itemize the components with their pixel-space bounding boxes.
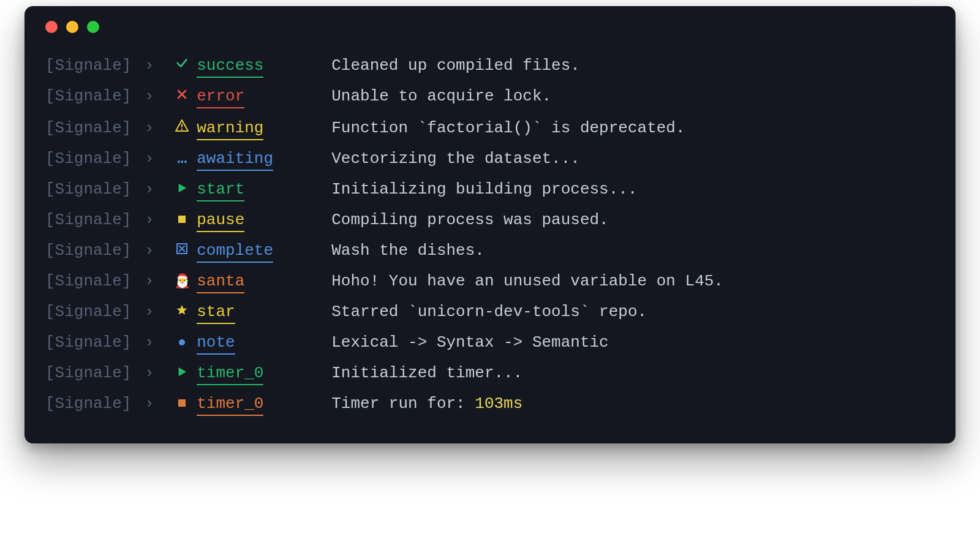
log-message: Hoho! You have an unused variable on L45… xyxy=(313,273,723,289)
log-highlight: 103ms xyxy=(475,394,522,413)
log-line: [Signale] › …awaitingVectorizing the dat… xyxy=(45,143,935,174)
log-message-text: Hoho! You have an unused variable on L45… xyxy=(331,272,723,290)
log-label: timer_0 xyxy=(194,396,313,412)
log-message-text: Cleaned up compiled files. xyxy=(331,56,580,75)
log-message: Unable to acquire lock. xyxy=(313,88,551,104)
log-message: Timer run for: 103ms xyxy=(313,396,522,412)
chevron-right-icon: › xyxy=(131,365,170,381)
log-label: note xyxy=(194,334,313,350)
chevron-right-icon: › xyxy=(131,181,170,197)
log-line: [Signale] › pauseCompiling process was p… xyxy=(45,205,935,235)
log-message: Compiling process was paused. xyxy=(313,212,608,228)
log-message-text: Initializing building process... xyxy=(331,180,637,198)
log-label: warning xyxy=(194,120,313,136)
log-line: [Signale] › completeWash the dishes. xyxy=(45,235,935,266)
log-prefix: [Signale] xyxy=(45,212,131,228)
chevron-right-icon: › xyxy=(131,396,170,412)
log-line: [Signale] › warningFunction `factorial()… xyxy=(45,111,935,143)
chevron-right-icon: › xyxy=(131,334,170,350)
log-prefix: [Signale] xyxy=(45,334,131,350)
log-line: [Signale] › noteLexical -> Syntax -> Sem… xyxy=(45,327,935,358)
log-label-text: error xyxy=(197,87,244,108)
log-prefix: [Signale] xyxy=(45,151,131,167)
log-label-text: success xyxy=(197,56,263,78)
log-message-text: Compiling process was paused. xyxy=(331,211,608,229)
chevron-right-icon: › xyxy=(131,88,170,104)
dots-icon: … xyxy=(170,151,194,167)
zoom-icon[interactable] xyxy=(87,21,99,33)
log-message-text: Unable to acquire lock. xyxy=(331,87,551,105)
log-message-text: Function `factorial()` is deprecated. xyxy=(331,119,685,137)
cross-icon xyxy=(170,88,194,100)
log-message: Initializing building process... xyxy=(313,181,637,197)
log-label: start xyxy=(194,181,313,197)
log-message: Lexical -> Syntax -> Semantic xyxy=(313,334,608,350)
boxx-icon xyxy=(170,243,194,255)
chevron-right-icon: › xyxy=(131,120,170,136)
log-prefix: [Signale] xyxy=(45,88,131,104)
log-message: Function `factorial()` is deprecated. xyxy=(313,120,685,136)
log-message-text: Lexical -> Syntax -> Semantic xyxy=(331,333,608,352)
log-message: Vectorizing the dataset... xyxy=(313,151,580,167)
log-line: [Signale] › starStarred `unicorn-dev-too… xyxy=(45,296,935,327)
window-traffic-lights xyxy=(45,21,935,33)
log-message: Wash the dishes. xyxy=(313,243,484,258)
log-prefix: [Signale] xyxy=(45,58,131,74)
log-line: [Signale] › timer_0Initialized timer... xyxy=(45,358,935,388)
squaref-icon xyxy=(170,398,194,408)
chevron-right-icon: › xyxy=(131,243,170,258)
log-label: pause xyxy=(194,212,313,228)
play-icon xyxy=(170,366,194,377)
log-label-text: santa xyxy=(197,272,244,293)
chevron-right-icon: › xyxy=(131,304,170,320)
svg-rect-5 xyxy=(178,399,186,407)
check-icon xyxy=(170,56,194,70)
log-line: [Signale] › 🎅santaHoho! You have an unus… xyxy=(45,266,935,296)
chevron-right-icon: › xyxy=(131,58,170,74)
log-label-text: complete xyxy=(197,241,273,263)
log-message-text: Timer run for: xyxy=(331,394,475,413)
log-label: santa xyxy=(194,273,313,289)
log-message-text: Initialized timer... xyxy=(331,364,522,382)
chevron-right-icon: › xyxy=(131,273,170,289)
play-icon xyxy=(170,183,194,194)
log-line: [Signale] › errorUnable to acquire lock. xyxy=(45,81,935,111)
log-message-text: Vectorizing the dataset... xyxy=(331,149,580,168)
log-label: complete xyxy=(194,243,313,258)
log-label: success xyxy=(194,58,313,74)
log-message: Starred `unicorn-dev-tools` repo. xyxy=(313,304,647,320)
log-label-text: warning xyxy=(197,119,263,140)
svg-point-1 xyxy=(181,129,183,130)
log-label-text: start xyxy=(197,180,244,202)
log-label: awaiting xyxy=(194,151,313,167)
minimize-icon[interactable] xyxy=(66,21,78,33)
log-line: [Signale] › startInitializing building p… xyxy=(45,174,935,205)
log-message: Cleaned up compiled files. xyxy=(313,58,580,74)
log-message: Initialized timer... xyxy=(313,365,522,381)
square-icon xyxy=(170,214,194,224)
log-output: [Signale] › successCleaned up compiled f… xyxy=(45,49,935,419)
dot-icon xyxy=(170,338,194,347)
log-prefix: [Signale] xyxy=(45,273,131,289)
log-prefix: [Signale] xyxy=(45,120,131,136)
log-line: [Signale] › timer_0Timer run for: 103ms xyxy=(45,388,935,419)
svg-rect-2 xyxy=(178,216,186,223)
log-prefix: [Signale] xyxy=(45,181,131,197)
log-label: error xyxy=(194,88,313,104)
terminal-window: [Signale] › successCleaned up compiled f… xyxy=(24,6,956,443)
svg-point-4 xyxy=(179,339,185,345)
log-message-text: Wash the dishes. xyxy=(331,241,484,260)
warn-icon xyxy=(170,119,194,132)
log-prefix: [Signale] xyxy=(45,365,131,381)
log-label-text: star xyxy=(197,303,235,324)
log-message-text: Starred `unicorn-dev-tools` repo. xyxy=(331,303,647,321)
log-label: star xyxy=(194,304,313,320)
log-prefix: [Signale] xyxy=(45,396,131,412)
chevron-right-icon: › xyxy=(131,212,170,228)
log-label-text: note xyxy=(197,333,235,355)
close-icon[interactable] xyxy=(45,21,58,33)
santa-icon: 🎅 xyxy=(170,276,194,289)
log-label: timer_0 xyxy=(194,365,313,381)
log-label-text: pause xyxy=(197,211,244,232)
log-label-text: timer_0 xyxy=(197,364,263,385)
